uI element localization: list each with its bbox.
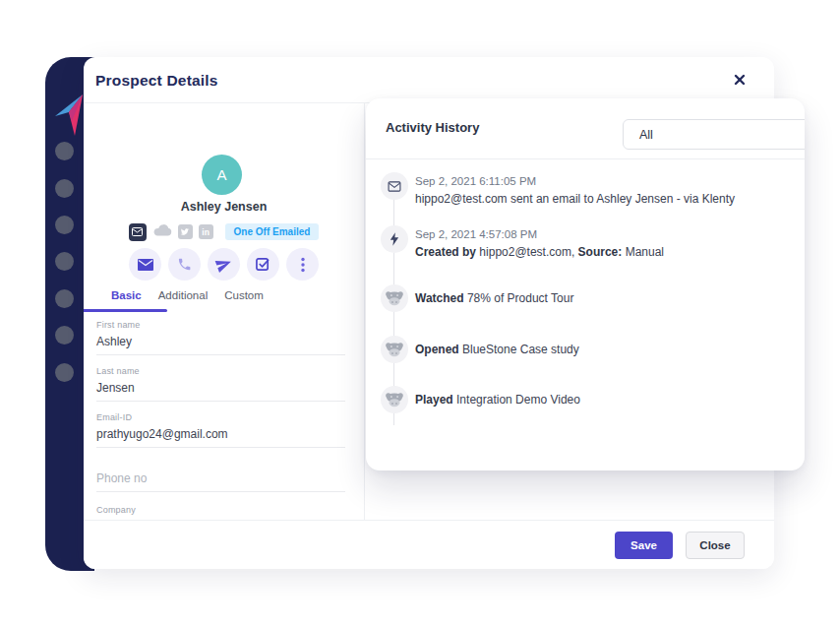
last-name-input[interactable]: Jensen xyxy=(96,381,345,395)
tab-custom[interactable]: Custom xyxy=(224,289,264,301)
more-options-button[interactable] xyxy=(286,248,319,281)
call-button[interactable] xyxy=(168,248,201,281)
activity-text: Created by hippo2@test.com, Source: Manu… xyxy=(415,245,791,259)
social-row: in One Off Emailed xyxy=(84,222,364,241)
sidebar-nav-dot[interactable] xyxy=(55,216,74,234)
activity-time: Sep 2, 2021 4:57:08 PM xyxy=(415,228,537,240)
page-title: Prospect Details xyxy=(95,57,218,103)
email-id-field[interactable]: Email-ID prathyugo24@gmail.com xyxy=(96,412,345,448)
paper-plane-icon xyxy=(213,254,235,276)
avatar: A xyxy=(202,155,242,195)
prospect-name: Ashley Jensen xyxy=(84,200,364,214)
activity-header: Activity History All xyxy=(366,98,805,159)
activity-title: Activity History xyxy=(386,120,479,135)
field-label: Email-ID xyxy=(96,412,345,422)
sidebar-nav-dot[interactable] xyxy=(55,142,74,160)
activity-text: Watched 78% of Product Tour xyxy=(415,291,791,305)
email-activity-icon xyxy=(381,172,408,200)
phone-icon xyxy=(177,257,192,272)
close-icon[interactable] xyxy=(733,73,747,87)
envelope-icon xyxy=(138,259,153,271)
tasks-button[interactable] xyxy=(247,248,279,281)
email-id-input[interactable]: prathyugo24@gmail.com xyxy=(96,427,345,441)
phone-field[interactable]: Phone no xyxy=(96,471,345,492)
first-name-field[interactable]: First name Ashley xyxy=(96,320,345,355)
prospect-panel: A Ashley Jensen xyxy=(84,103,365,520)
hippo-activity-icon xyxy=(381,284,408,312)
activity-filter-dropdown[interactable]: All xyxy=(623,119,805,150)
modal-header: Prospect Details xyxy=(84,57,774,103)
cloud-icon[interactable] xyxy=(152,222,172,241)
field-label: First name xyxy=(96,320,345,330)
prospect-tabs: Basic Additional Custom xyxy=(111,289,264,301)
sidebar-nav-dot[interactable] xyxy=(55,289,74,308)
activity-text: hippo2@test.com sent an email to Ashley … xyxy=(415,192,791,206)
status-badge: One Off Emailed xyxy=(225,223,320,240)
field-label: Company xyxy=(96,505,345,515)
send-email-button[interactable] xyxy=(129,248,161,281)
activity-text: Opened BlueStone Case study xyxy=(415,343,791,356)
activity-text: Played Integration Demo Video xyxy=(415,393,791,407)
linkedin-icon[interactable]: in xyxy=(199,224,213,239)
prospect-actions xyxy=(84,248,364,281)
tab-additional[interactable]: Additional xyxy=(158,289,209,301)
sidebar-nav-dot[interactable] xyxy=(55,252,74,271)
close-button[interactable]: Close xyxy=(686,532,745,559)
email-provider-icon[interactable] xyxy=(129,223,147,241)
sidebar-nav-dot[interactable] xyxy=(55,326,74,345)
activity-time: Sep 2, 2021 6:11:05 PM xyxy=(415,175,536,187)
first-name-input[interactable]: Ashley xyxy=(96,335,345,348)
checkbox-icon xyxy=(256,257,270,272)
field-label: Last name xyxy=(96,366,345,376)
flash-activity-icon xyxy=(381,225,408,253)
start-cadence-button[interactable] xyxy=(208,248,240,281)
save-button[interactable]: Save xyxy=(615,532,673,559)
activity-history-card: Activity History All Sep 2, 2021 6:11:05… xyxy=(366,98,805,470)
page: Prospect Details A Ashley Jensen xyxy=(0,0,840,627)
active-tab-indicator xyxy=(84,309,167,312)
modal-footer: Save Close xyxy=(84,520,774,569)
twitter-icon[interactable] xyxy=(178,224,193,239)
last-name-field[interactable]: Last name Jensen xyxy=(96,366,345,402)
sidebar-nav-dot[interactable] xyxy=(55,363,74,382)
phone-input[interactable]: Phone no xyxy=(96,471,345,485)
vertical-ellipsis-icon xyxy=(301,257,305,273)
tab-basic[interactable]: Basic xyxy=(111,289,142,301)
hippo-activity-icon xyxy=(381,336,408,363)
sidebar-nav-dot[interactable] xyxy=(55,179,74,198)
klenty-logo-icon xyxy=(53,93,85,138)
hippo-activity-icon xyxy=(381,386,408,413)
